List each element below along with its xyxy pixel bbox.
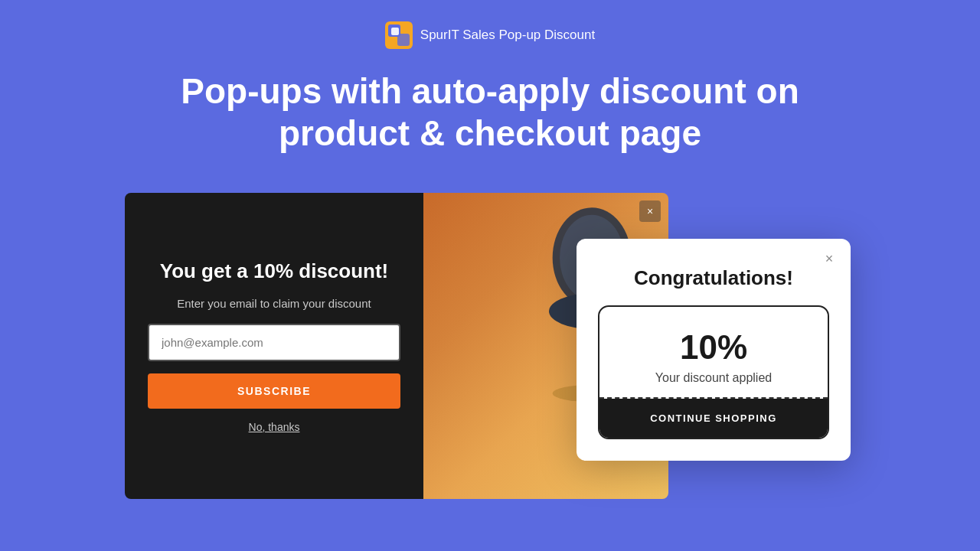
discount-headline: You get a 10% discount! [160,259,389,283]
top-bar: SpurIT Sales Pop-up Discount [0,0,980,49]
discount-value: 10% [615,328,812,367]
popup-area: You get a 10% discount! Enter you email … [125,193,668,499]
discount-subtext: Enter you email to claim your discount [177,295,371,311]
congratulations-popup: × Congratulations! 10% Your discount app… [577,239,851,461]
no-thanks-button[interactable]: No, thanks [249,421,300,433]
continue-shopping-button[interactable]: CONTINUE SHOPPING [599,399,828,438]
brand-name: SpurIT Sales Pop-up Discount [420,28,595,43]
discount-card: 10% Your discount applied CONTINUE SHOPP… [598,305,829,439]
spurit-logo-icon [385,21,413,49]
hero-section: Pop-ups with auto-apply discount on prod… [0,70,980,155]
svg-rect-3 [391,28,399,35]
subscribe-button[interactable]: SUBSCRIBE [148,373,400,409]
close-left-popup-button[interactable]: × [639,201,661,222]
subscribe-form-panel: You get a 10% discount! Enter you email … [125,193,423,499]
discount-info: 10% Your discount applied [599,307,828,399]
discount-label: Your discount applied [615,371,812,385]
congrats-title: Congratulations! [598,266,829,290]
svg-rect-2 [397,34,410,46]
close-right-popup-button[interactable]: × [820,249,838,268]
hero-title: Pop-ups with auto-apply discount on prod… [122,70,858,155]
email-input[interactable] [148,324,400,361]
